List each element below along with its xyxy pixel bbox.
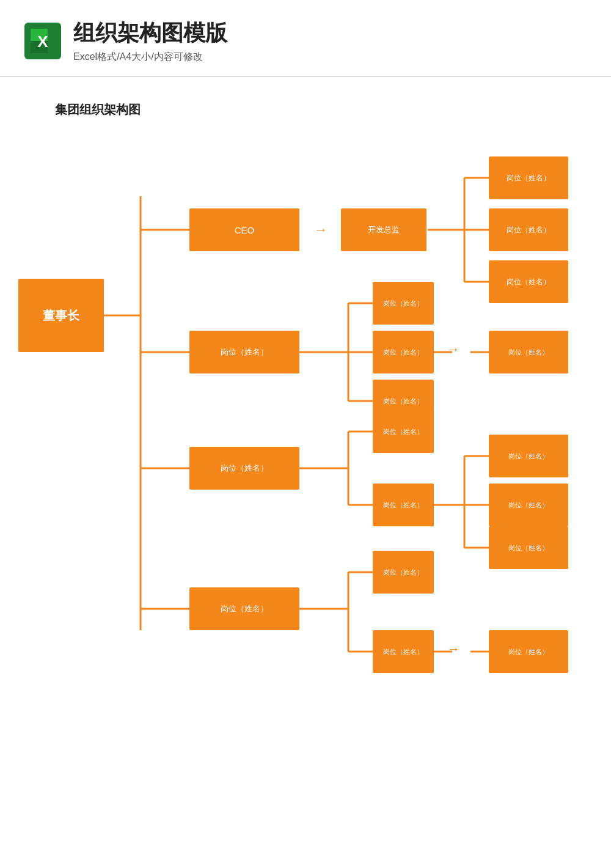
header-text: 组织架构图模版 Excel格式/A4大小/内容可修改 (73, 18, 227, 64)
row4-right: 岗位（姓名） (489, 630, 568, 673)
dev-director-box: 开发总监 (341, 208, 426, 251)
dev-sub1: 岗位（姓名） (489, 156, 568, 199)
row3-subsub3: 岗位（姓名） (489, 526, 568, 569)
svg-text:X: X (37, 32, 48, 51)
row3-sub1: 岗位（姓名） (373, 410, 434, 453)
chart-area: 集团组织架构图 (0, 77, 611, 853)
row2-sub1: 岗位（姓名） (373, 282, 434, 325)
row4-sub2: 岗位（姓名） (373, 630, 434, 673)
row4-sub1: 岗位（姓名） (373, 551, 434, 594)
row4-right-label: 岗位（姓名） (508, 647, 549, 657)
row3-subsub1: 岗位（姓名） (489, 435, 568, 477)
row4-main: 岗位（姓名） (189, 587, 299, 630)
row3-main: 岗位（姓名） (189, 447, 299, 490)
row4-sub2-arrow: → (436, 641, 470, 658)
header: X 组织架构图模版 Excel格式/A4大小/内容可修改 (0, 0, 611, 77)
dev-sub2: 岗位（姓名） (489, 208, 568, 251)
row3-subsub2: 岗位（姓名） (489, 484, 568, 526)
ceo-box: CEO (189, 208, 299, 251)
row3-sub2: 岗位（姓名） (373, 484, 434, 526)
page-subtitle: Excel格式/A4大小/内容可修改 (73, 51, 227, 64)
page-title: 组织架构图模版 (73, 18, 227, 48)
chart-title: 集团组织架构图 (55, 101, 593, 118)
chairman-box: 董事长 (18, 279, 104, 352)
dev-sub3: 岗位（姓名） (489, 260, 568, 303)
ceo-arrow: → (302, 221, 339, 238)
row2-sub2: 岗位（姓名） (373, 331, 434, 373)
row2-main: 岗位（姓名） (189, 331, 299, 373)
row2-right: 岗位（姓名） (489, 331, 568, 373)
row2-sub2-arrow: → (436, 341, 470, 358)
row4-sub2-label: 岗位（姓名） (383, 647, 423, 657)
excel-icon: X (24, 23, 61, 59)
